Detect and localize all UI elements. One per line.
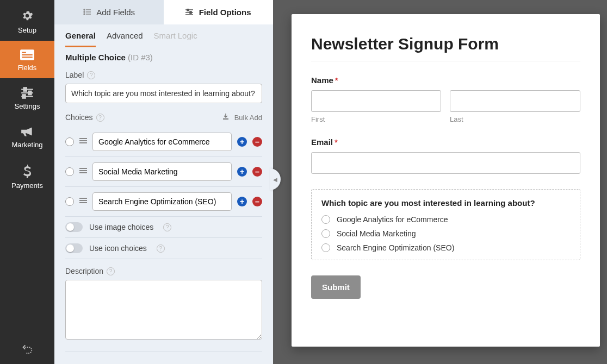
svg-rect-3 — [22, 57, 33, 58]
svg-rect-21 — [223, 118, 228, 120]
bullhorn-icon — [20, 125, 34, 137]
main-sidebar: Setup Fields Settings Marketing Payments — [0, 0, 54, 364]
radio-icon — [321, 215, 330, 224]
choice-default-radio[interactable] — [65, 197, 74, 206]
image-choices-toggle[interactable] — [65, 222, 83, 232]
remove-choice-button[interactable]: – — [252, 137, 262, 147]
sidebar-label: Settings — [15, 102, 40, 110]
svg-rect-17 — [187, 9, 189, 11]
sidebar-label: Fields — [18, 64, 37, 72]
sidebar-label: Payments — [11, 181, 43, 190]
form-title: Newsletter Signup Form — [311, 35, 580, 53]
dollar-icon — [22, 164, 32, 178]
subtab-smart-logic[interactable]: Smart Logic — [154, 31, 197, 47]
choice-row: + – — [65, 187, 262, 217]
svg-rect-7 — [28, 91, 31, 95]
submit-button[interactable]: Submit — [311, 275, 361, 299]
sidebar-item-marketing[interactable]: Marketing — [0, 117, 54, 155]
sidebar-item-payments[interactable]: Payments — [0, 155, 54, 196]
add-choice-button[interactable]: + — [237, 197, 247, 206]
description-section-title: Description? — [65, 267, 262, 275]
description-textarea[interactable] — [65, 280, 262, 340]
sliders-small-icon — [185, 8, 195, 17]
option-row[interactable]: Google Analytics for eCommerce — [321, 215, 570, 224]
sidebar-label: Setup — [18, 26, 36, 34]
option-row[interactable]: Social Media Marketing — [321, 229, 570, 238]
download-icon — [222, 114, 231, 122]
first-name-input[interactable] — [311, 90, 441, 112]
radio-icon — [321, 229, 330, 238]
choice-default-radio[interactable] — [65, 137, 74, 146]
drag-handle-icon[interactable] — [79, 197, 87, 206]
choice-row: + – — [65, 127, 262, 157]
subtab-general[interactable]: General — [65, 31, 96, 47]
label-input[interactable] — [65, 84, 262, 103]
add-choice-button[interactable]: + — [237, 167, 247, 177]
svg-rect-5 — [24, 87, 27, 91]
multiple-choice-field[interactable]: Which topic are you most interested in l… — [311, 189, 580, 260]
choice-row: + – — [65, 157, 262, 187]
bulk-add-link[interactable]: Bulk Add — [222, 114, 262, 122]
help-icon[interactable]: ? — [107, 267, 115, 275]
gear-icon — [20, 9, 34, 23]
label-section-title: Label? — [65, 71, 262, 79]
svg-rect-19 — [190, 11, 191, 14]
svg-point-12 — [84, 11, 85, 12]
svg-point-14 — [84, 14, 85, 15]
choice-input[interactable] — [92, 192, 232, 211]
help-icon[interactable]: ? — [87, 71, 95, 79]
tab-field-options[interactable]: Field Options — [164, 0, 273, 24]
last-name-input[interactable] — [450, 90, 580, 112]
remove-choice-button[interactable]: – — [252, 197, 262, 206]
question-label: Which topic are you most interested in l… — [321, 198, 570, 208]
option-row[interactable]: Search Engine Optimization (SEO) — [321, 243, 570, 252]
sidebar-label: Marketing — [11, 141, 42, 149]
sidebar-item-setup[interactable]: Setup — [0, 0, 54, 41]
email-input[interactable] — [311, 152, 580, 174]
radio-icon — [321, 243, 330, 252]
undo-button[interactable] — [0, 335, 54, 364]
choice-input[interactable] — [92, 162, 232, 181]
svg-rect-9 — [22, 95, 25, 98]
svg-point-10 — [84, 9, 85, 10]
help-icon[interactable]: ? — [157, 244, 165, 253]
sidebar-item-fields[interactable]: Fields — [0, 41, 54, 78]
sidebar-item-settings[interactable]: Settings — [0, 78, 54, 117]
help-icon[interactable]: ? — [163, 223, 171, 231]
required-toggle-row: Required — [65, 356, 262, 364]
options-panel: Add Fields Field Options General Advance… — [54, 0, 273, 364]
list-icon — [83, 8, 93, 17]
name-field-label: Name* — [311, 76, 580, 85]
image-choices-toggle-row: Use image choices ? — [65, 217, 262, 238]
sliders-icon — [20, 87, 34, 99]
subtab-advanced[interactable]: Advanced — [107, 31, 143, 47]
help-icon[interactable]: ? — [96, 114, 104, 122]
svg-rect-1 — [22, 52, 26, 53]
undo-icon — [21, 342, 33, 354]
remove-choice-button[interactable]: – — [252, 167, 262, 177]
email-field-label: Email* — [311, 137, 580, 147]
first-sublabel: First — [311, 115, 441, 123]
last-sublabel: Last — [450, 115, 580, 123]
add-choice-button[interactable]: + — [237, 137, 247, 147]
tab-add-fields[interactable]: Add Fields — [54, 0, 164, 24]
form-preview: Newsletter Signup Form Name* First Last … — [292, 14, 600, 347]
preview-area: Newsletter Signup Form Name* First Last … — [273, 0, 607, 364]
icon-choices-toggle[interactable] — [65, 243, 83, 253]
choices-section-title: Choices? — [65, 113, 104, 122]
choice-input[interactable] — [92, 133, 232, 151]
field-heading: Multiple Choice (ID #3) — [65, 53, 262, 62]
choice-default-radio[interactable] — [65, 167, 74, 176]
drag-handle-icon[interactable] — [79, 137, 87, 147]
drag-handle-icon[interactable] — [79, 167, 87, 177]
icon-choices-toggle-row: Use icon choices ? — [65, 238, 262, 259]
svg-rect-2 — [22, 54, 33, 55]
fields-icon — [20, 49, 34, 60]
